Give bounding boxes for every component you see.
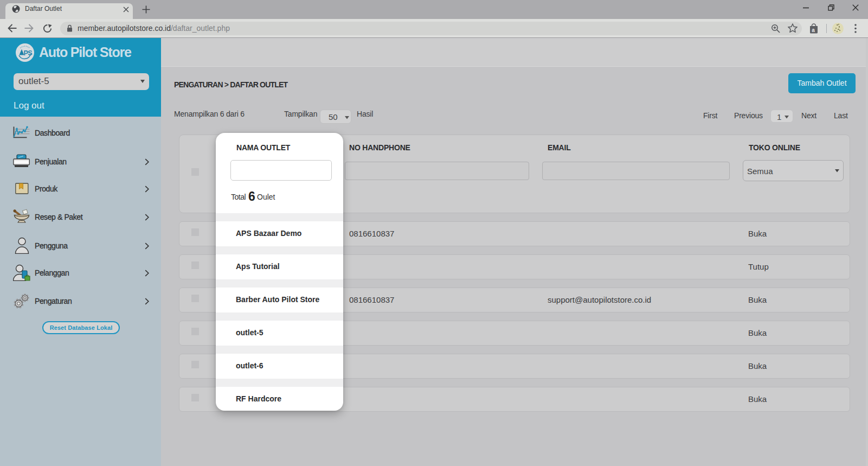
svg-text:a: a — [812, 27, 815, 33]
svg-text:PS: PS — [24, 49, 33, 57]
